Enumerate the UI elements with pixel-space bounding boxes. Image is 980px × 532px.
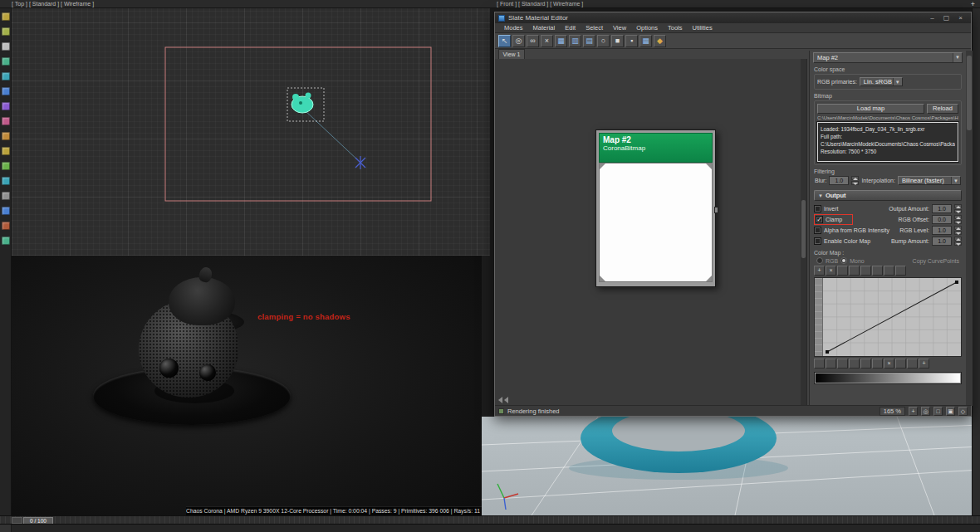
curve-options-icon[interactable] xyxy=(895,266,906,276)
left-toolbar-icon[interactable] xyxy=(2,162,10,170)
pick-material-icon[interactable] xyxy=(512,35,525,47)
maximize-button[interactable]: ▢ xyxy=(939,13,953,23)
reload-button[interactable]: Reload xyxy=(927,104,958,114)
add-button[interactable]: + xyxy=(971,0,975,8)
zoom-level[interactable]: 165 % xyxy=(880,407,905,416)
zoom-region-icon[interactable] xyxy=(933,407,943,416)
timeline-scroll-handle[interactable] xyxy=(12,517,22,524)
viewport-label-top[interactable]: [ Top ] [ Standard ] [ Wireframe ] xyxy=(12,1,94,7)
scrollbar-thumb[interactable] xyxy=(801,200,806,258)
viewport-top-wireframe[interactable] xyxy=(12,8,490,256)
show-background-icon[interactable] xyxy=(597,35,610,47)
bump-amount-spinner[interactable] xyxy=(954,237,962,246)
menu-view[interactable]: View xyxy=(608,24,631,32)
blur-spinner[interactable] xyxy=(851,176,859,185)
delete-point-icon[interactable] xyxy=(826,266,836,276)
clamp-checkbox[interactable] xyxy=(816,216,823,223)
rgb-offset-field[interactable]: 0.0 xyxy=(932,215,952,224)
add-icon[interactable] xyxy=(919,359,929,368)
sample-slot-icon[interactable] xyxy=(611,35,624,47)
viewport-perspective-render[interactable] xyxy=(482,417,980,515)
corner-point-icon[interactable] xyxy=(860,266,871,276)
resize-corner-icon[interactable] xyxy=(600,276,605,281)
map-selector-dropdown[interactable]: Map #2 xyxy=(813,52,963,63)
move-point-icon[interactable] xyxy=(837,266,848,276)
node-output-socket[interactable] xyxy=(714,207,718,213)
zoom-extents-icon[interactable] xyxy=(946,407,955,416)
output-amount-field[interactable]: 1.0 xyxy=(932,204,952,213)
zoom-selected-icon[interactable] xyxy=(958,407,968,416)
resize-corner-icon[interactable] xyxy=(706,276,712,281)
left-toolbar-icon[interactable] xyxy=(2,57,10,66)
output-amount-spinner[interactable] xyxy=(954,204,962,213)
zoom-region-icon[interactable] xyxy=(872,359,883,368)
titlebar[interactable]: Slate Material Editor – ▢ × xyxy=(495,12,971,23)
bump-amount-field[interactable]: 1.0 xyxy=(932,237,952,246)
pan-icon[interactable] xyxy=(814,359,825,368)
node-header[interactable]: Map #2 CoronaBitmap xyxy=(599,133,713,163)
minimize-button[interactable]: – xyxy=(925,13,939,23)
move-children-icon[interactable] xyxy=(625,35,638,47)
mono-radio[interactable] xyxy=(840,257,847,264)
zoom-icon[interactable] xyxy=(921,407,930,416)
rgb-level-spinner[interactable] xyxy=(954,226,962,235)
zoom-extents-icon[interactable] xyxy=(826,359,836,368)
curve-settings-icon[interactable] xyxy=(907,359,918,368)
menu-options[interactable]: Options xyxy=(631,24,663,32)
add-point-icon[interactable] xyxy=(814,266,825,276)
left-toolbar-icon[interactable] xyxy=(2,72,10,81)
node-view-scrollbar[interactable] xyxy=(801,59,806,407)
view-tab[interactable]: View 1 xyxy=(498,49,525,59)
zoom-horizontal-icon[interactable] xyxy=(837,359,848,368)
rgb-level-field[interactable]: 1.0 xyxy=(932,226,952,235)
rgb-radio[interactable] xyxy=(816,257,823,264)
menu-modes[interactable]: Modes xyxy=(499,24,528,32)
params-scrollbar[interactable] xyxy=(966,51,973,406)
rgb-offset-spinner[interactable] xyxy=(954,215,962,224)
node-view[interactable]: Map #2 CoronaBitmap xyxy=(495,59,807,407)
left-toolbar-icon[interactable] xyxy=(2,147,10,155)
render-map-icon[interactable] xyxy=(654,35,666,47)
scrollbar-thumb[interactable] xyxy=(967,56,972,130)
left-toolbar-icon[interactable] xyxy=(2,27,10,36)
hide-unused-slots-icon[interactable] xyxy=(583,35,595,47)
resize-corner-icon[interactable] xyxy=(706,164,712,169)
menu-select[interactable]: Select xyxy=(581,24,608,32)
timeline-track[interactable]: 0 / 100 xyxy=(0,515,980,524)
rgb-primaries-dropdown[interactable]: Lin. sRGB xyxy=(860,77,903,86)
invert-checkbox[interactable] xyxy=(814,205,821,212)
bezier-point-icon[interactable] xyxy=(872,266,883,276)
color-map-curve[interactable] xyxy=(814,277,962,357)
blur-field[interactable]: 1.0 xyxy=(829,176,849,185)
select-tool-icon[interactable] xyxy=(498,35,511,47)
left-toolbar-icon[interactable] xyxy=(2,12,10,21)
pan-arrows[interactable] xyxy=(498,397,508,403)
delete-icon[interactable] xyxy=(884,359,894,368)
layout-all-icon[interactable] xyxy=(555,35,567,47)
zoom-vertical-icon[interactable] xyxy=(849,359,860,368)
menu-tools[interactable]: Tools xyxy=(663,24,688,32)
menu-edit[interactable]: Edit xyxy=(560,24,581,32)
left-toolbar-icon[interactable] xyxy=(2,42,10,51)
left-toolbar-icon[interactable] xyxy=(2,222,10,230)
pan-left-icon[interactable] xyxy=(498,397,502,403)
left-toolbar-icon[interactable] xyxy=(2,102,10,110)
left-toolbar-icon[interactable] xyxy=(2,192,10,200)
delete-icon[interactable] xyxy=(541,35,553,47)
copy-curvepoints-button[interactable]: Copy CurvePoints xyxy=(913,258,959,264)
viewport-render[interactable]: clamping = no shadows Chaos Corona | AMD… xyxy=(12,256,482,515)
left-toolbar-icon[interactable] xyxy=(2,132,10,140)
show-grid-icon[interactable] xyxy=(639,35,652,47)
node-preview[interactable] xyxy=(599,163,713,282)
viewport-label-front[interactable]: [ Front ] [ Standard ] [ Wireframe ] xyxy=(497,1,583,7)
snap-icon[interactable] xyxy=(895,359,906,368)
alpha-from-rgb-checkbox[interactable] xyxy=(814,227,821,234)
left-toolbar-icon[interactable] xyxy=(2,237,10,245)
scale-point-icon[interactable] xyxy=(849,266,860,276)
link-icon[interactable] xyxy=(527,35,539,47)
pan-hand-icon[interactable] xyxy=(909,407,918,416)
pan-left-icon[interactable] xyxy=(504,397,508,403)
reset-curve-icon[interactable] xyxy=(884,266,894,276)
left-toolbar-icon[interactable] xyxy=(2,177,10,185)
menu-utilities[interactable]: Utilities xyxy=(688,24,718,32)
